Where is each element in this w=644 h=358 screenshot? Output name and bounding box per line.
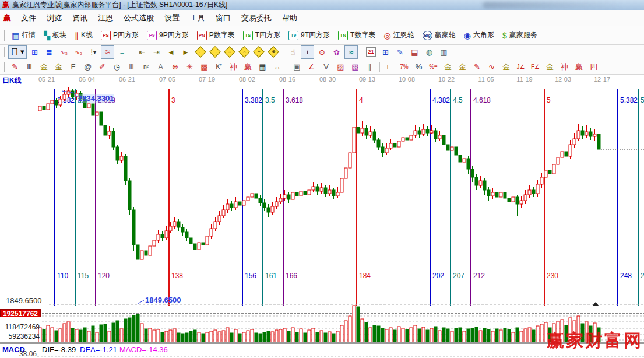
wave-v-icon[interactable]: V — [319, 60, 333, 73]
first-bar-icon[interactable]: ⇤ — [135, 45, 149, 59]
menu-item-窗口[interactable]: 窗口 — [210, 11, 236, 25]
gold-lines-icon[interactable]: 金 — [456, 60, 469, 73]
chart-canvas[interactable]: 05-2106-0406-2107-0507-1908-0208-1608-30… — [0, 75, 644, 358]
parallel-lines-icon[interactable]: ∥ — [363, 60, 376, 73]
menu-item-帮助[interactable]: 帮助 — [277, 11, 302, 25]
toolbar-button-9p-square[interactable]: P99P四方形 — [143, 29, 193, 41]
plain-fence-icon[interactable]: Ⅲ — [125, 60, 138, 73]
hand-tool-icon[interactable]: ☝ — [286, 45, 300, 59]
calendar-icon[interactable]: 21 — [364, 45, 378, 59]
calculator-icon[interactable]: ⊞ — [379, 45, 392, 59]
web-sync-icon[interactable]: ◍ — [423, 45, 436, 59]
menu-item-江恩[interactable]: 江恩 — [93, 11, 118, 25]
pen-tool-icon[interactable]: ✎ — [8, 60, 22, 73]
pen-candle-icon[interactable]: ✎ — [470, 60, 484, 73]
toolbar-button-winner-wheel[interactable]: Big赢家轮 — [418, 29, 460, 41]
menu-item-设置[interactable]: 设置 — [159, 11, 185, 25]
wave-3-icon[interactable]: ∿₃ — [57, 45, 71, 59]
candle-style-dropdown-icon[interactable]: ┆▾ — [86, 45, 100, 59]
prev-bar-icon[interactable]: ◄ — [164, 45, 178, 59]
expand-horizontal-icon[interactable]: ↔ — [223, 45, 236, 59]
grid-burst-icon[interactable]: ▩ — [198, 60, 211, 73]
menu-item-浏览[interactable]: 浏览 — [41, 11, 67, 25]
volume-profile-icon[interactable]: ≡ — [115, 45, 129, 59]
notes-icon[interactable]: ✎ — [393, 45, 407, 59]
box-tool-icon[interactable]: ▣ — [290, 60, 304, 73]
gold-underline-icon[interactable]: 金 — [499, 60, 513, 73]
fence-tool-icon[interactable]: Ⅲ — [23, 60, 36, 73]
toolbar-grip[interactable] — [2, 62, 5, 72]
f-fence-icon[interactable]: F — [66, 60, 80, 73]
wave-9-icon[interactable]: ∿₉ — [72, 45, 85, 59]
toolbar-button-winner-service[interactable]: $赢家服务 — [498, 29, 541, 41]
save-icon[interactable]: ▤ — [408, 45, 421, 59]
toolbar-button-quotes[interactable]: ▦行情 — [8, 29, 40, 41]
period-day-dropdown-icon[interactable]: 日 ▾ — [8, 45, 27, 59]
percent-icon[interactable]: % — [412, 60, 425, 73]
flower-tool-icon[interactable]: ✿ — [330, 45, 343, 59]
gann-ratio-label: 5.5 — [641, 96, 644, 104]
last-bar-icon[interactable]: ⇥ — [150, 45, 163, 59]
zoom-in-all-icon[interactable]: + — [252, 45, 265, 59]
compress-horizontal-icon[interactable]: ≍ — [237, 45, 251, 59]
n-square-tool-icon[interactable]: n² — [139, 60, 153, 73]
gold-fence-2-icon[interactable]: 金 — [52, 60, 65, 73]
fit-all-icon[interactable]: ⊕ — [266, 45, 280, 59]
gold-fence-icon[interactable]: 金 — [37, 60, 51, 73]
shen-angle-icon[interactable]: 神 — [558, 60, 571, 73]
toolbar-grip[interactable] — [2, 30, 5, 41]
j-angle-icon[interactable]: J∠ — [514, 60, 527, 73]
toolbar-grip[interactable] — [2, 47, 5, 57]
gann-clock-icon[interactable]: ◷ — [110, 60, 124, 73]
bar-width-icon[interactable]: ↔ — [270, 60, 284, 73]
high-annotation[interactable]: 2834.3301 — [78, 94, 114, 103]
menu-item-工具[interactable]: 工具 — [185, 11, 210, 25]
low-annotation[interactable]: 1849.6500 — [145, 296, 181, 304]
band-overlay-icon[interactable]: ≋ — [101, 45, 114, 59]
gold-angle-icon[interactable]: 金 — [543, 60, 557, 73]
toolbar-button-p-number-table[interactable]: PNP数字表 — [193, 29, 239, 41]
pattern-view-icon[interactable]: ⊞ — [28, 45, 41, 59]
zoom-area-tool-icon[interactable]: ⊙ — [315, 45, 329, 59]
a-wave-icon[interactable]: ∿ — [485, 60, 498, 73]
toolbar-button-t-square[interactable]: TST四方形 — [239, 29, 284, 41]
ying-angle-icon[interactable]: 赢 — [572, 60, 586, 73]
toolbar-button-gann-wheel[interactable]: ◎江恩轮 — [379, 29, 418, 41]
k-mark-icon[interactable]: K″ — [212, 60, 226, 73]
marker-tool-icon[interactable]: ✐ — [96, 60, 109, 73]
toolbar-button-9t-square[interactable]: T99T四方形 — [284, 29, 334, 41]
percent-7-icon[interactable]: 7% — [397, 60, 411, 73]
angle-a-tool-icon[interactable]: A — [154, 60, 167, 73]
toolbar-button-p-square[interactable]: PSP四方形 — [97, 29, 143, 41]
shen-fence-icon[interactable]: 神 — [227, 60, 240, 73]
grid-123-icon[interactable]: ▦ — [256, 60, 269, 73]
percent-lines-icon[interactable]: %≡ — [427, 60, 440, 73]
crosshair-tool-icon[interactable]: + — [301, 45, 314, 59]
info-panel-icon[interactable]: ≣ — [43, 45, 56, 59]
spiral-tool-icon[interactable]: @ — [81, 60, 94, 73]
si-angle-icon[interactable]: 四 — [587, 60, 600, 73]
gann-circle-icon[interactable]: ⊕ — [168, 60, 182, 73]
chart-area[interactable]: 05-2106-0406-2107-0507-1908-0208-1608-30… — [0, 75, 644, 358]
toolbar-button-t-number-table[interactable]: TNT数字表 — [334, 29, 379, 41]
print-icon[interactable]: ▥ — [437, 45, 451, 59]
menu-item-文件[interactable]: 文件 — [16, 11, 41, 25]
menu-item-交易委托[interactable]: 交易委托 — [236, 11, 277, 25]
menu-item-公式选股[interactable]: 公式选股 — [118, 11, 159, 25]
toolbar-button-sectors[interactable]: ▚板块 — [40, 29, 71, 41]
scroll-right-icon[interactable]: → — [208, 45, 221, 59]
gold-circle-icon[interactable]: 金 — [441, 60, 455, 73]
toolbar-button-kline[interactable]: ∥K线 — [71, 29, 97, 41]
step-bars-icon[interactable]: ∟ — [383, 60, 396, 73]
f-angle-icon[interactable]: F∠ — [529, 60, 542, 73]
scroll-left-icon[interactable]: ← — [193, 45, 207, 59]
star-burst-icon[interactable]: ✳ — [183, 60, 196, 73]
next-bar-icon[interactable]: ► — [179, 45, 192, 59]
ray-fan-icon[interactable]: ∠ — [305, 60, 318, 73]
menu-item-资讯[interactable]: 资讯 — [67, 11, 93, 25]
toolbar-button-hexagon[interactable]: ◉六角形 — [460, 29, 498, 41]
red-grid-icon[interactable]: ▨ — [334, 60, 347, 73]
purple-grid-icon[interactable]: ▧ — [349, 60, 362, 73]
ying-fence-icon[interactable]: 赢 — [241, 60, 255, 73]
region-tool-icon[interactable]: ≈ — [344, 45, 358, 59]
